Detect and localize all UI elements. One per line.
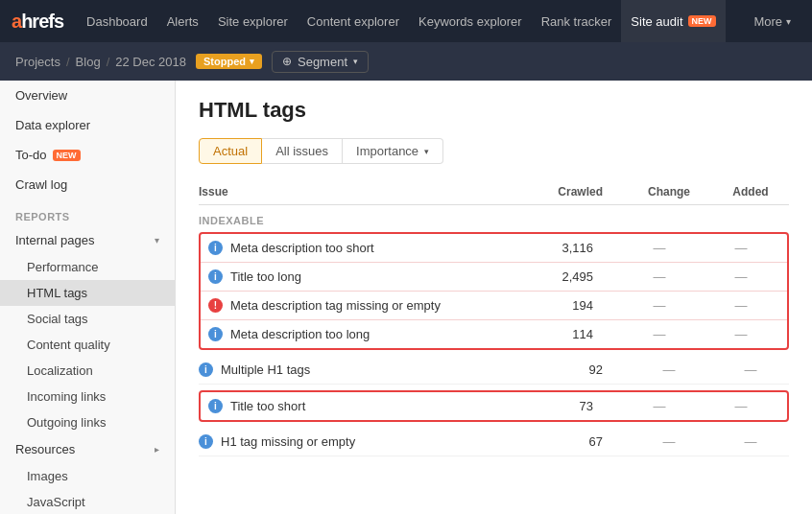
crawled-value: 114 (530, 327, 616, 341)
added-value: — (712, 434, 789, 449)
change-value: — (616, 241, 703, 255)
sidebar-subitem-social-tags[interactable]: Social tags (0, 306, 175, 332)
chevron-down-icon: ▾ (424, 147, 429, 156)
issue-name: ! Meta description tag missing or empty (208, 298, 530, 313)
chevron-down-icon: ▾ (155, 235, 159, 245)
breadcrumb-sep-1: / (66, 55, 70, 69)
filter-importance-button[interactable]: Importance ▾ (343, 138, 443, 164)
breadcrumb-bar: Projects / Blog / 22 Dec 2018 Stopped ▾ … (0, 42, 812, 81)
sidebar-item-overview[interactable]: Overview (0, 81, 175, 110)
sidebar-item-todo[interactable]: To-do NEW (0, 140, 175, 170)
issue-name: i H1 tag missing or empty (199, 434, 539, 449)
issue-name: i Meta description too short (208, 241, 530, 255)
table-row[interactable]: ! Meta description tag missing or empty … (201, 292, 787, 320)
chevron-down-icon: ▾ (786, 16, 791, 27)
crawled-value: 3,116 (530, 241, 616, 255)
change-value: — (626, 434, 712, 449)
top-nav: ahrefs Dashboard Alerts Site explorer Co… (0, 0, 812, 42)
crawled-value: 194 (530, 298, 616, 313)
sidebar-subitem-incoming-links[interactable]: Incoming links (0, 384, 175, 409)
crawled-value: 73 (530, 399, 616, 413)
segment-button[interactable]: ⊕ Segment ▾ (272, 51, 369, 73)
main-layout: Overview Data explorer To-do NEW Crawl l… (0, 81, 812, 514)
sidebar-subitem-content-quality[interactable]: Content quality (0, 332, 175, 358)
logo[interactable]: ahrefs (12, 11, 63, 33)
crawled-value: 2,495 (530, 269, 616, 284)
issue-name: i Title too short (208, 399, 530, 413)
info-icon: i (208, 241, 223, 255)
new-badge: NEW (688, 15, 716, 27)
sidebar-item-resources[interactable]: Resources ▸ (0, 435, 175, 463)
content-area: HTML tags Actual All issues Importance ▾… (176, 81, 812, 514)
added-value: — (703, 269, 779, 284)
change-value: — (626, 362, 712, 377)
sidebar-subitem-outgoing-links[interactable]: Outgoing links (0, 409, 175, 435)
nav-item-site-audit[interactable]: Site audit NEW (621, 0, 725, 42)
nav-item-keywords-explorer[interactable]: Keywords explorer (409, 0, 532, 42)
added-value: — (712, 362, 789, 377)
change-value: — (616, 399, 703, 413)
table-row[interactable]: i Title too long 2,495 — — (201, 263, 787, 292)
sidebar: Overview Data explorer To-do NEW Crawl l… (0, 81, 176, 514)
table-row[interactable]: i Meta description too long 114 — — (201, 320, 787, 348)
sidebar-section-reports: REPORTS (0, 199, 175, 226)
status-badge[interactable]: Stopped ▾ (196, 54, 262, 69)
table-row[interactable]: i Title too short 73 — — (201, 392, 787, 420)
issue-name: i Multiple H1 tags (199, 362, 539, 377)
red-group-1: i Meta description too short 3,116 — — i… (199, 232, 789, 350)
change-value: — (616, 269, 703, 284)
filter-bar: Actual All issues Importance ▾ (199, 138, 789, 164)
nav-item-content-explorer[interactable]: Content explorer (298, 0, 409, 42)
chevron-down-icon: ▾ (250, 57, 254, 66)
nav-item-rank-tracker[interactable]: Rank tracker (532, 0, 622, 42)
added-value: — (703, 241, 779, 255)
table-row[interactable]: i Multiple H1 tags 92 — — (199, 356, 789, 385)
nav-item-dashboard[interactable]: Dashboard (77, 0, 157, 42)
sidebar-subitem-localization[interactable]: Localization (0, 358, 175, 384)
breadcrumb-date: 22 Dec 2018 (115, 55, 186, 69)
info-icon: i (208, 399, 223, 413)
added-value: — (703, 399, 779, 413)
info-icon: i (208, 327, 223, 341)
sidebar-subitem-html-tags[interactable]: HTML tags (0, 280, 175, 306)
breadcrumb-sep-2: / (107, 55, 110, 69)
filter-actual-button[interactable]: Actual (199, 138, 262, 164)
more-button[interactable]: More ▾ (744, 14, 800, 29)
table-row[interactable]: i H1 tag missing or empty 67 — — (199, 428, 789, 456)
filter-all-issues-button[interactable]: All issues (262, 138, 343, 164)
issue-name: i Meta description too long (208, 327, 530, 341)
breadcrumb-projects[interactable]: Projects (15, 55, 60, 69)
added-value: — (703, 298, 779, 313)
change-value: — (616, 298, 703, 313)
col-header-change: Change (626, 185, 712, 199)
sidebar-item-internal-pages[interactable]: Internal pages ▾ (0, 226, 175, 254)
error-icon: ! (208, 298, 223, 313)
issue-name: i Title too long (208, 269, 530, 284)
sidebar-subitem-javascript[interactable]: JavaScript (0, 489, 175, 514)
nav-item-alerts[interactable]: Alerts (157, 0, 208, 42)
change-value: — (616, 327, 703, 341)
new-badge-todo: NEW (53, 150, 81, 161)
chevron-right-icon: ▸ (155, 444, 159, 455)
nav-item-site-explorer[interactable]: Site explorer (208, 0, 298, 42)
sidebar-subitem-images[interactable]: Images (0, 463, 175, 489)
sidebar-item-data-explorer[interactable]: Data explorer (0, 110, 175, 140)
crawled-value: 92 (539, 362, 626, 377)
sidebar-item-crawl-log[interactable]: Crawl log (0, 170, 175, 199)
red-group-2: i Title too short 73 — — (199, 390, 789, 422)
section-label-indexable: INDEXABLE (199, 207, 789, 232)
crawled-value: 67 (539, 434, 626, 449)
table-header: Issue Crawled Change Added (199, 179, 789, 205)
page-title: HTML tags (199, 98, 789, 123)
added-value: — (703, 327, 779, 341)
nav-links: Dashboard Alerts Site explorer Content e… (77, 0, 744, 42)
table-row[interactable]: i Meta description too short 3,116 — — (201, 234, 787, 263)
breadcrumb-blog[interactable]: Blog (76, 55, 101, 69)
info-icon: i (208, 269, 223, 284)
info-icon: i (199, 434, 213, 449)
col-header-issue: Issue (199, 185, 539, 199)
col-header-crawled: Crawled (539, 185, 626, 199)
chevron-down-icon: ▾ (353, 57, 358, 66)
sidebar-subitem-performance[interactable]: Performance (0, 254, 175, 280)
segment-icon: ⊕ (282, 55, 292, 68)
